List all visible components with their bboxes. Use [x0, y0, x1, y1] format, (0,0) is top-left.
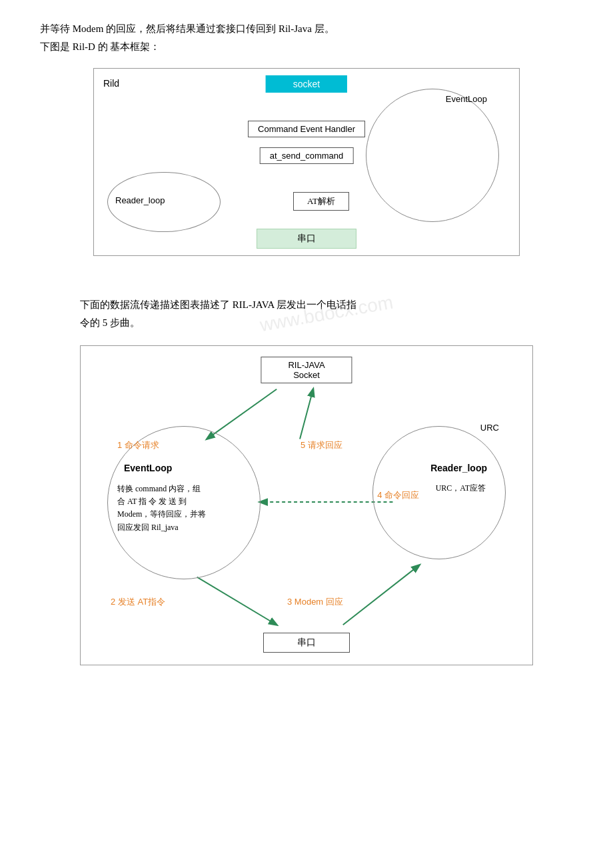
cmd-handler-box: Command Event Handler [248, 121, 365, 137]
step2-label: 2 发送 AT指令 [111, 596, 165, 608]
eventloop-desc-3: Modem，等待回应，并将 [117, 508, 224, 521]
eventloop-desc-1: 转换 command 内容，组 [117, 483, 224, 495]
serial-box1: 串口 [257, 229, 356, 249]
svg-line-2 [343, 565, 420, 625]
eventloop-desc-4: 回应发回 Ril_java [117, 521, 224, 534]
intro-paragraph: 并等待 Modem 的回应，然后将结果通过套接口传回到 Ril-Java 层。 … [40, 20, 573, 56]
urc-label: URC [480, 423, 499, 433]
reader2-label: Reader_loop [430, 463, 487, 473]
diagram1-container: socket Rild EventLoop Command Event Hand… [93, 68, 520, 256]
riljava-box: RIL-JAVA Socket [261, 357, 352, 383]
rild-label: Rild [103, 78, 119, 89]
step3-label: 3 Modem 回应 [287, 596, 343, 608]
reader-loop-label: Reader_loop [115, 195, 165, 205]
serial-box2: 串口 [263, 633, 350, 653]
intro-line2: 下图是 Ril-D 的 基本框架： [40, 38, 573, 56]
diagram2-container: RIL-JAVA Socket EventLoop 转换 command 内容，… [80, 345, 533, 665]
middle-line1: 下面的数据流传递描述图表描述了 RIL-JAVA 层发出一个电话指 [80, 296, 573, 314]
eventloop2-desc: 转换 command 内容，组 合 AT 指 令 发 送 到 Modem，等待回… [117, 483, 224, 534]
eventloop-label: EventLoop [446, 94, 487, 104]
at-parse-box: AT解析 [293, 192, 349, 211]
eventloop-desc-2: 合 AT 指 令 发 送 到 [117, 495, 224, 508]
riljava-line1: RIL-JAVA [288, 360, 324, 370]
svg-line-1 [197, 577, 277, 625]
riljava-line2: Socket [288, 370, 324, 380]
eventloop2-label: EventLoop [124, 463, 172, 473]
reader2-desc: URC，AT应答 [436, 483, 486, 494]
socket-box: socket [266, 75, 347, 93]
diagram1-inner: socket Rild EventLoop Command Event Hand… [94, 69, 519, 255]
at-send-box: at_send_command [260, 147, 354, 164]
svg-line-0 [207, 389, 277, 439]
step5-label: 5 请求回应 [301, 439, 342, 451]
step1-label: 1 命令请求 [117, 439, 159, 451]
middle-line2: 令的 5 步曲。 [80, 314, 573, 332]
step4-label: 4 命令回应 [377, 489, 419, 501]
svg-line-4 [300, 389, 313, 439]
intro-line1: 并等待 Modem 的回应，然后将结果通过套接口传回到 Ril-Java 层。 [40, 20, 573, 38]
middle-text-block: www.bdocx.com 下面的数据流传递描述图表描述了 RIL-JAVA 层… [80, 296, 573, 332]
eventloop-ellipse [366, 89, 499, 222]
